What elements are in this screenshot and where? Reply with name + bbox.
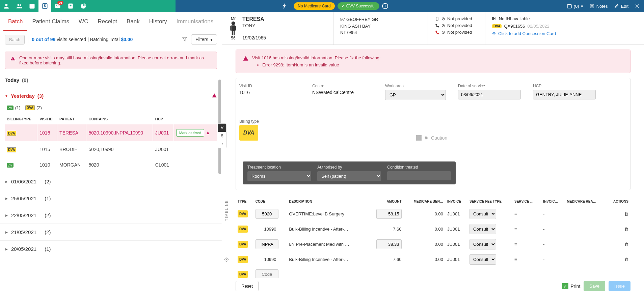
svg-rect-19 (234, 31, 235, 35)
hcp-input[interactable] (533, 90, 596, 99)
save-button[interactable]: Save (584, 281, 605, 291)
nav-billing-icon[interactable]: $ (38, 0, 51, 12)
toolbar-calendar-dropdown[interactable]: (0)▾ (567, 3, 583, 9)
svg-rect-10 (567, 4, 571, 8)
group-date[interactable]: ▶20/05/2021 (1) (0, 240, 222, 257)
delete-row-icon[interactable]: 🗑 (624, 257, 628, 262)
service-fee-type-select[interactable]: Consult (469, 239, 496, 249)
item-code-input[interactable] (256, 209, 278, 219)
tab-batch[interactable]: Batch (3, 12, 27, 31)
treatment-location-select[interactable]: Rooms (247, 171, 311, 181)
item-code-input[interactable] (256, 239, 278, 249)
caution-checkbox[interactable]: ✹Caution (416, 135, 447, 141)
filters-dropdown[interactable]: Filters▾ (191, 34, 217, 45)
add-concession-link[interactable]: Click to add Concession Card (498, 31, 556, 36)
work-area-select[interactable]: GP (385, 90, 446, 100)
row-menu-icon[interactable]: ≡ (514, 242, 517, 247)
visit-row[interactable]: DVA 1016 TERESA 5020,10990,INPPA,10990 J… (5, 124, 217, 141)
nav-patient-icon[interactable] (0, 0, 13, 12)
reset-button[interactable]: Reset (236, 281, 259, 291)
tab-bank[interactable]: Bank (122, 12, 144, 31)
issue-button[interactable]: Issue (609, 281, 630, 291)
nav-contacts-icon[interactable] (64, 0, 77, 12)
toolbar-notes-button[interactable]: Notes (589, 3, 608, 9)
emergency-phone-icon (435, 30, 439, 35)
svg-rect-17 (232, 25, 235, 31)
batch-warning-alert: One or more visits may still have missin… (5, 52, 217, 69)
filter-dva-chip[interactable]: DVA(2) (25, 105, 42, 110)
row-menu-icon[interactable]: ≡ (514, 257, 517, 262)
service-fee-type-select[interactable]: Consult (469, 254, 496, 265)
nav-lightning-icon[interactable] (278, 0, 291, 12)
group-date[interactable]: ▶21/05/2021 (2) (0, 224, 222, 240)
authorised-by-select[interactable]: Self (patient) (317, 171, 381, 181)
visit-id-value: 1016 (239, 90, 300, 95)
item-row: DVA 10990 Bulk-Billing Incentive - After… (236, 252, 630, 267)
item-row: DVA 10990 Bulk-Billing Incentive - After… (236, 221, 630, 237)
svg-rect-18 (232, 31, 233, 35)
chevron-down-icon: ▾ (581, 4, 583, 9)
group-today[interactable]: Today(0) (0, 72, 222, 88)
toolbar-close-button[interactable] (635, 3, 640, 9)
visits-table: BILLINGTYPE VISITID PATIENT CONTAINS HCP… (4, 114, 218, 173)
group-date[interactable]: ▶22/05/2021 (2) (0, 207, 222, 224)
ovv-pill: ✓OVV Successful (338, 2, 380, 10)
group-date[interactable]: ▶01/06/2021 (2) (0, 173, 222, 190)
warning-icon (212, 93, 217, 99)
svg-rect-7 (55, 4, 60, 8)
centre-value: NSWMedicalCentre (312, 90, 373, 95)
chevron-down-icon: ▼ (5, 94, 8, 98)
date-of-service-input[interactable] (458, 90, 521, 99)
patient-firstname: TONY (242, 23, 266, 28)
svg-rect-4 (30, 4, 35, 5)
svg-point-0 (5, 4, 8, 6)
visit-row[interactable]: M 1010 MORGAN 5020 CL001 (5, 157, 217, 172)
add-pill-button[interactable]: + (382, 3, 388, 9)
tab-immunisations[interactable]: Immunisations (172, 12, 218, 31)
chevron-right-icon: ▶ (5, 180, 8, 183)
item-amount-input[interactable] (376, 239, 402, 249)
batch-button[interactable]: Batch (5, 35, 25, 45)
row-menu-icon[interactable]: ≡ (514, 211, 517, 216)
svg-rect-21 (235, 26, 236, 30)
chevron-right-icon: ▶ (5, 247, 8, 251)
delete-row-icon[interactable]: 🗑 (624, 211, 628, 216)
toolbar-edit-button[interactable]: Edit (614, 3, 628, 9)
print-checkbox[interactable]: ✓Print (562, 283, 580, 289)
patient-gender-icon: Mr 56 (229, 16, 238, 40)
group-date[interactable]: ▶25/05/2021 (1) (0, 190, 222, 207)
clock-icon[interactable] (224, 257, 229, 262)
chevron-right-icon: ▶ (5, 231, 8, 234)
add-icon: ⊕ (492, 31, 496, 36)
item-code-input[interactable] (256, 269, 278, 278)
billing-type-dva[interactable]: DVA (239, 125, 258, 141)
mobile-icon (435, 17, 439, 21)
timeline-label: TIMELINE (225, 200, 229, 221)
tab-patient-claims[interactable]: Patient Claims (27, 12, 74, 31)
filter-icon[interactable] (182, 36, 188, 43)
chevron-right-icon: ▶ (5, 197, 8, 200)
no-medicare-pill: No Medicare Card (294, 2, 334, 10)
nav-mail-icon[interactable]: 26 (51, 0, 64, 12)
item-row: DVA OVERTIME:Level B Surgery 0.00 JU001 … (236, 206, 630, 222)
delete-row-icon[interactable]: 🗑 (624, 242, 628, 247)
nav-reports-icon[interactable] (77, 0, 90, 12)
tab-wc[interactable]: WC (74, 12, 93, 31)
delete-row-icon[interactable]: 🗑 (624, 227, 628, 232)
visit-row[interactable]: DVA 1015 BRODIE 5020,10990 JU001 (5, 142, 217, 157)
filter-medicare-chip[interactable]: m(1) (7, 105, 21, 110)
chevron-right-icon: ▶ (5, 214, 8, 217)
svg-text:$: $ (44, 4, 46, 8)
row-menu-icon[interactable]: ≡ (514, 227, 517, 232)
service-fee-type-select[interactable]: Consult (469, 224, 496, 234)
tab-receipt[interactable]: Receipt (93, 12, 122, 31)
service-fee-type-select[interactable]: Consult (469, 209, 496, 219)
mark-as-fixed-button[interactable]: Mark as fixed (176, 129, 204, 137)
condition-treated-input[interactable] (387, 171, 451, 180)
nav-patients-icon[interactable] (13, 0, 26, 12)
tab-history[interactable]: History (144, 12, 172, 31)
group-yesterday[interactable]: ▼ Yesterday(3) (0, 88, 222, 104)
item-amount-input[interactable] (376, 209, 402, 219)
svg-rect-20 (230, 26, 231, 30)
nav-calendar-icon[interactable] (26, 0, 38, 12)
